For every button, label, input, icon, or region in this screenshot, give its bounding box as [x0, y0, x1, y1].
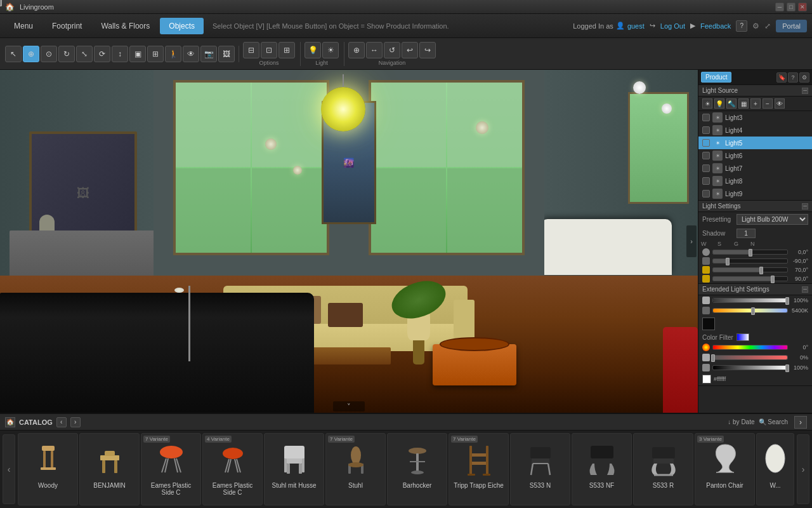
viewport-bottom-chevron[interactable]: ˅: [333, 401, 365, 411]
light4-toggle[interactable]: [702, 126, 710, 134]
options-btn-2[interactable]: ⊡: [261, 42, 277, 58]
catalog-item-panton[interactable]: 3 Variante Panton Chair: [695, 433, 755, 505]
light9-toggle[interactable]: [702, 190, 710, 197]
nav-btn-2[interactable]: ↔: [366, 42, 383, 58]
light-icon-add[interactable]: +: [750, 98, 761, 109]
light-icon-sun[interactable]: ☀: [702, 98, 712, 109]
nav-btn-3[interactable]: ↺: [384, 42, 400, 58]
light-item-light3[interactable]: ☀ Light3: [698, 111, 812, 124]
catalog-prev-btn[interactable]: ‹: [56, 417, 67, 427]
light-icon-area[interactable]: ▦: [738, 98, 749, 109]
light-item-light9[interactable]: ☀ Light9: [698, 187, 812, 200]
light-item-light7[interactable]: ☀ Light7: [698, 162, 812, 175]
nav-btn-1[interactable]: ⊕: [348, 42, 365, 58]
camera-person-btn[interactable]: 🚶: [165, 46, 181, 62]
help-icon[interactable]: ?: [788, 72, 798, 83]
catalog-item-s533n[interactable]: S533 N: [510, 433, 570, 505]
light6-toggle[interactable]: [702, 152, 710, 159]
catalog-expand-btn[interactable]: ›: [794, 416, 807, 429]
sort-button[interactable]: ↓ by Date: [728, 418, 754, 425]
catalog-item-s533r[interactable]: S533 R: [633, 433, 693, 505]
light-btn-1[interactable]: 💡: [304, 42, 321, 58]
catalog-next-btn[interactable]: ›: [70, 417, 81, 427]
light-item-light6[interactable]: ☀ Light6: [698, 149, 812, 162]
portal-button[interactable]: Portal: [776, 20, 807, 32]
catalog-scroll-left[interactable]: ‹: [3, 434, 15, 504]
nav-btn-5[interactable]: ↪: [419, 42, 436, 58]
color-filter-indicator[interactable]: [737, 333, 749, 341]
light-icon-eye[interactable]: 👁: [775, 98, 785, 109]
nav-btn-4[interactable]: ↩: [402, 42, 418, 58]
brightness-slider[interactable]: [712, 298, 788, 303]
light3-toggle[interactable]: [702, 114, 710, 121]
catalog-item-eames2[interactable]: 4 Variante Eames Plastic Side C: [202, 433, 263, 505]
catalog-item-w[interactable]: W...: [756, 433, 794, 505]
maximize-button[interactable]: □: [787, 3, 796, 11]
catalog-item-s533nf[interactable]: S533 NF: [572, 433, 632, 505]
catalog-scroll-right[interactable]: ›: [797, 434, 809, 504]
surface-btn[interactable]: ⊞: [147, 46, 164, 62]
viewport-right-arrow[interactable]: ›: [686, 225, 697, 257]
extended-settings-collapse[interactable]: ─: [802, 286, 808, 293]
cursor-tool-btn[interactable]: ↖: [5, 46, 22, 62]
3d-viewport[interactable]: 🖼: [0, 70, 698, 413]
options-btn-3[interactable]: ⊞: [278, 42, 295, 58]
rotate-sphere-btn[interactable]: ⊙: [41, 46, 57, 62]
light7-toggle[interactable]: [702, 164, 710, 172]
slider-s[interactable]: [712, 258, 788, 264]
logout-link[interactable]: Log Out: [660, 22, 685, 30]
catalog-item-barhocker[interactable]: Barhocker: [387, 433, 447, 505]
feedback-link[interactable]: Feedback: [700, 22, 731, 30]
slider-g[interactable]: [712, 267, 788, 272]
hex-swatch[interactable]: [702, 375, 711, 384]
scale-btn[interactable]: ⤡: [76, 46, 93, 62]
light-icon-bulb[interactable]: 💡: [714, 98, 724, 109]
menu-item-objects[interactable]: Objects: [160, 18, 204, 34]
catalog-item-tripp-trapp[interactable]: 7 Variante Tripp Trapp Eiche: [449, 433, 509, 505]
value-slider[interactable]: [712, 365, 788, 370]
height-btn[interactable]: ↕: [112, 46, 128, 62]
catalog-item-stuhl-husse[interactable]: Stuhl mit Husse: [264, 433, 324, 505]
close-button[interactable]: ✕: [798, 3, 807, 11]
presetting-select[interactable]: Light Bulb 200W: [737, 214, 808, 225]
light5-toggle[interactable]: [702, 139, 710, 147]
minimize-button[interactable]: ─: [775, 3, 784, 11]
light-btn-2[interactable]: ☀: [322, 42, 339, 58]
light-icon-spot[interactable]: 🔦: [726, 98, 737, 109]
group-btn[interactable]: ▣: [129, 46, 146, 62]
light-source-collapse[interactable]: ─: [802, 88, 808, 94]
shadow-input[interactable]: [737, 229, 756, 238]
camera-path-btn[interactable]: 📷: [200, 46, 217, 62]
rotate-flat-btn[interactable]: ↻: [58, 46, 75, 62]
saturation-slider[interactable]: [712, 355, 788, 360]
catalog-home-icon[interactable]: 🏠: [5, 417, 15, 427]
camera-photo-btn[interactable]: 🖼: [218, 46, 235, 62]
transform-btn[interactable]: ⟳: [94, 46, 110, 62]
catalog-item-stuhl[interactable]: 7 Variante Stuhl: [325, 433, 386, 505]
menu-item-footprint[interactable]: Footprint: [43, 18, 91, 34]
menu-item-menu[interactable]: Menu: [5, 18, 42, 34]
search-button[interactable]: 🔍 Search: [759, 418, 788, 425]
light-item-light8[interactable]: ☀ Light8: [698, 175, 812, 187]
menu-item-walls-floors[interactable]: Walls & Floors: [92, 18, 159, 34]
color-black-square[interactable]: [702, 318, 715, 330]
bookmark-icon[interactable]: 🔖: [776, 72, 787, 83]
options-btn-1[interactable]: ⊟: [243, 42, 259, 58]
camera-eye-btn[interactable]: 👁: [183, 46, 199, 62]
settings-icon[interactable]: ⚙: [799, 72, 809, 83]
light-icon-del[interactable]: −: [763, 98, 773, 109]
slider-n[interactable]: [712, 276, 788, 281]
username-link[interactable]: guest: [627, 22, 645, 30]
help-button[interactable]: ?: [736, 20, 747, 32]
slider-w[interactable]: [712, 250, 788, 255]
catalog-item-benjamin[interactable]: BENJAMIN: [79, 433, 140, 505]
move-3d-btn[interactable]: ⊕: [23, 46, 39, 62]
catalog-item-eames1[interactable]: 7 Variante Eames Plastic Side C: [141, 433, 201, 505]
light8-toggle[interactable]: [702, 177, 710, 185]
temperature-slider[interactable]: [712, 308, 788, 313]
light-item-light5[interactable]: ☀ Light5: [698, 137, 812, 149]
product-tab[interactable]: Product: [701, 72, 731, 83]
hue-slider[interactable]: [712, 345, 788, 350]
light-settings-collapse[interactable]: ─: [802, 203, 808, 210]
catalog-item-woody[interactable]: Woody: [18, 433, 78, 505]
